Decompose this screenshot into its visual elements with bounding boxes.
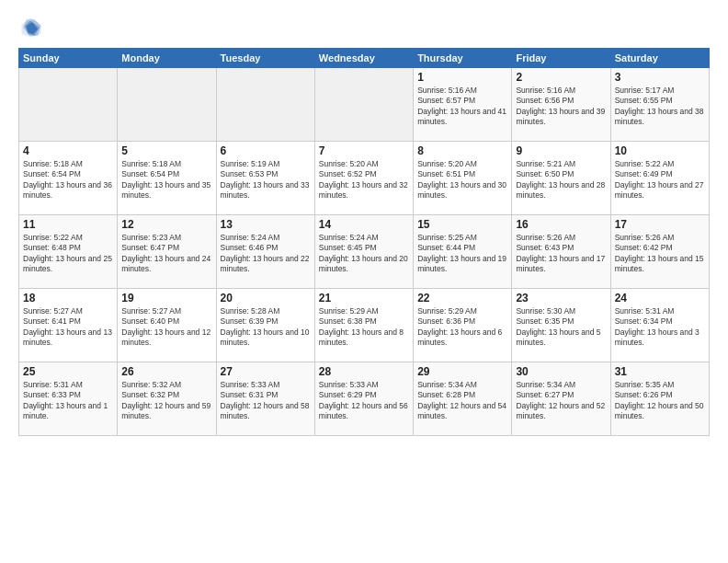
day-number: 21	[319, 292, 409, 304]
calendar-cell	[216, 68, 314, 142]
day-number: 4	[23, 144, 113, 157]
day-number: 14	[319, 218, 409, 231]
cell-content: Sunrise: 5:27 AMSunset: 6:41 PMDaylight:…	[23, 306, 113, 349]
calendar-cell: 8Sunrise: 5:20 AMSunset: 6:51 PMDaylight…	[414, 142, 512, 215]
day-number: 30	[516, 365, 606, 378]
cell-content: Sunrise: 5:29 AMSunset: 6:36 PMDaylight:…	[417, 306, 507, 349]
day-number: 20	[221, 292, 311, 304]
cell-content: Sunrise: 5:25 AMSunset: 6:44 PMDaylight:…	[417, 233, 507, 275]
calendar-cell	[19, 68, 118, 142]
day-number: 28	[319, 365, 409, 378]
day-number: 9	[516, 144, 606, 157]
calendar-cell: 5Sunrise: 5:18 AMSunset: 6:54 PMDaylight…	[118, 142, 216, 215]
day-number: 18	[23, 292, 113, 304]
day-number: 31	[615, 365, 705, 378]
calendar-cell: 1Sunrise: 5:16 AMSunset: 6:57 PMDaylight…	[414, 68, 512, 142]
cell-content: Sunrise: 5:34 AMSunset: 6:28 PMDaylight:…	[417, 380, 507, 422]
day-number: 5	[121, 144, 211, 157]
day-number: 26	[121, 365, 211, 378]
day-number: 11	[23, 218, 113, 231]
day-number: 6	[221, 144, 311, 157]
cell-content: Sunrise: 5:26 AMSunset: 6:42 PMDaylight:…	[615, 233, 705, 275]
col-header-tuesday: Tuesday	[216, 49, 314, 68]
cell-content: Sunrise: 5:30 AMSunset: 6:35 PMDaylight:…	[516, 306, 606, 349]
calendar-table: SundayMondayTuesdayWednesdayThursdayFrid…	[18, 48, 710, 436]
calendar-cell: 10Sunrise: 5:22 AMSunset: 6:49 PMDayligh…	[610, 142, 709, 215]
cell-content: Sunrise: 5:33 AMSunset: 6:31 PMDaylight:…	[221, 380, 311, 422]
day-number: 23	[516, 292, 606, 304]
page: SundayMondayTuesdayWednesdayThursdayFrid…	[0, 0, 728, 563]
calendar-cell: 27Sunrise: 5:33 AMSunset: 6:31 PMDayligh…	[216, 362, 314, 436]
calendar-cell	[118, 68, 216, 142]
cell-content: Sunrise: 5:31 AMSunset: 6:34 PMDaylight:…	[615, 306, 705, 349]
cell-content: Sunrise: 5:28 AMSunset: 6:39 PMDaylight:…	[221, 306, 311, 349]
calendar-cell: 13Sunrise: 5:24 AMSunset: 6:46 PMDayligh…	[216, 215, 314, 289]
calendar-cell: 14Sunrise: 5:24 AMSunset: 6:45 PMDayligh…	[314, 215, 413, 289]
col-header-wednesday: Wednesday	[314, 49, 413, 68]
calendar-cell: 9Sunrise: 5:21 AMSunset: 6:50 PMDaylight…	[512, 142, 610, 215]
week-row-4: 18Sunrise: 5:27 AMSunset: 6:41 PMDayligh…	[19, 289, 710, 362]
day-number: 19	[121, 292, 211, 304]
calendar-cell: 12Sunrise: 5:23 AMSunset: 6:47 PMDayligh…	[118, 215, 216, 289]
cell-content: Sunrise: 5:33 AMSunset: 6:29 PMDaylight:…	[319, 380, 409, 422]
cell-content: Sunrise: 5:26 AMSunset: 6:43 PMDaylight:…	[516, 233, 606, 275]
calendar-cell: 21Sunrise: 5:29 AMSunset: 6:38 PMDayligh…	[314, 289, 413, 362]
calendar-cell: 20Sunrise: 5:28 AMSunset: 6:39 PMDayligh…	[216, 289, 314, 362]
logo-icon	[18, 15, 44, 40]
cell-content: Sunrise: 5:22 AMSunset: 6:48 PMDaylight:…	[23, 233, 113, 275]
day-number: 8	[417, 144, 507, 157]
calendar-cell: 22Sunrise: 5:29 AMSunset: 6:36 PMDayligh…	[414, 289, 512, 362]
calendar-cell: 26Sunrise: 5:32 AMSunset: 6:32 PMDayligh…	[118, 362, 216, 436]
cell-content: Sunrise: 5:24 AMSunset: 6:45 PMDaylight:…	[319, 233, 409, 275]
day-number: 22	[417, 292, 507, 304]
week-row-1: 1Sunrise: 5:16 AMSunset: 6:57 PMDaylight…	[19, 68, 710, 142]
cell-content: Sunrise: 5:16 AMSunset: 6:57 PMDaylight:…	[417, 86, 507, 128]
day-number: 27	[221, 365, 311, 378]
day-number: 24	[615, 292, 705, 304]
calendar-cell: 7Sunrise: 5:20 AMSunset: 6:52 PMDaylight…	[314, 142, 413, 215]
calendar-cell: 6Sunrise: 5:19 AMSunset: 6:53 PMDaylight…	[216, 142, 314, 215]
cell-content: Sunrise: 5:23 AMSunset: 6:47 PMDaylight:…	[121, 233, 211, 275]
calendar-cell: 3Sunrise: 5:17 AMSunset: 6:55 PMDaylight…	[610, 68, 709, 142]
cell-content: Sunrise: 5:35 AMSunset: 6:26 PMDaylight:…	[615, 380, 705, 422]
day-number: 10	[615, 144, 705, 157]
cell-content: Sunrise: 5:16 AMSunset: 6:56 PMDaylight:…	[516, 86, 606, 128]
header	[18, 15, 710, 40]
week-row-3: 11Sunrise: 5:22 AMSunset: 6:48 PMDayligh…	[19, 215, 710, 289]
day-number: 17	[615, 218, 705, 231]
day-number: 1	[417, 71, 507, 84]
col-header-friday: Friday	[512, 49, 610, 68]
calendar-cell: 25Sunrise: 5:31 AMSunset: 6:33 PMDayligh…	[19, 362, 118, 436]
col-header-thursday: Thursday	[414, 49, 512, 68]
day-number: 25	[23, 365, 113, 378]
day-number: 3	[615, 71, 705, 84]
col-header-saturday: Saturday	[610, 49, 709, 68]
cell-content: Sunrise: 5:31 AMSunset: 6:33 PMDaylight:…	[23, 380, 113, 422]
day-number: 15	[417, 218, 507, 231]
cell-content: Sunrise: 5:29 AMSunset: 6:38 PMDaylight:…	[319, 306, 409, 349]
col-header-monday: Monday	[118, 49, 216, 68]
calendar-header-row: SundayMondayTuesdayWednesdayThursdayFrid…	[19, 49, 710, 68]
calendar-cell: 30Sunrise: 5:34 AMSunset: 6:27 PMDayligh…	[512, 362, 610, 436]
cell-content: Sunrise: 5:17 AMSunset: 6:55 PMDaylight:…	[615, 86, 705, 128]
calendar-cell: 31Sunrise: 5:35 AMSunset: 6:26 PMDayligh…	[610, 362, 709, 436]
day-number: 2	[516, 71, 606, 84]
week-row-2: 4Sunrise: 5:18 AMSunset: 6:54 PMDaylight…	[19, 142, 710, 215]
calendar-cell	[314, 68, 413, 142]
calendar-cell: 29Sunrise: 5:34 AMSunset: 6:28 PMDayligh…	[414, 362, 512, 436]
cell-content: Sunrise: 5:20 AMSunset: 6:51 PMDaylight:…	[417, 159, 507, 201]
cell-content: Sunrise: 5:19 AMSunset: 6:53 PMDaylight:…	[221, 159, 311, 201]
cell-content: Sunrise: 5:21 AMSunset: 6:50 PMDaylight:…	[516, 159, 606, 201]
calendar-cell: 19Sunrise: 5:27 AMSunset: 6:40 PMDayligh…	[118, 289, 216, 362]
cell-content: Sunrise: 5:32 AMSunset: 6:32 PMDaylight:…	[121, 380, 211, 422]
cell-content: Sunrise: 5:24 AMSunset: 6:46 PMDaylight:…	[221, 233, 311, 275]
day-number: 12	[121, 218, 211, 231]
calendar-cell: 2Sunrise: 5:16 AMSunset: 6:56 PMDaylight…	[512, 68, 610, 142]
calendar-cell: 24Sunrise: 5:31 AMSunset: 6:34 PMDayligh…	[610, 289, 709, 362]
calendar-cell: 28Sunrise: 5:33 AMSunset: 6:29 PMDayligh…	[314, 362, 413, 436]
calendar-cell: 4Sunrise: 5:18 AMSunset: 6:54 PMDaylight…	[19, 142, 118, 215]
cell-content: Sunrise: 5:22 AMSunset: 6:49 PMDaylight:…	[615, 159, 705, 201]
week-row-5: 25Sunrise: 5:31 AMSunset: 6:33 PMDayligh…	[19, 362, 710, 436]
calendar-cell: 18Sunrise: 5:27 AMSunset: 6:41 PMDayligh…	[19, 289, 118, 362]
cell-content: Sunrise: 5:18 AMSunset: 6:54 PMDaylight:…	[23, 159, 113, 201]
